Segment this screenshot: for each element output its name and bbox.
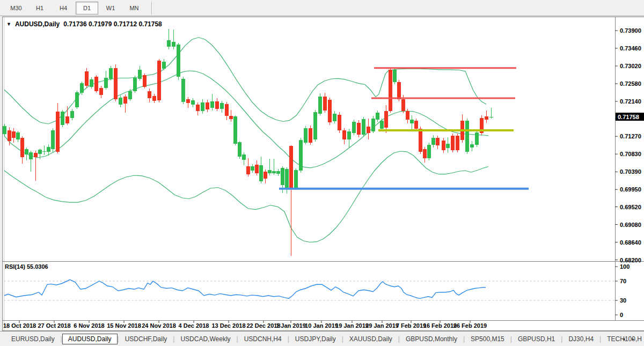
svg-text:10 Jan 2019: 10 Jan 2019 bbox=[305, 322, 338, 329]
svg-text:0.68640: 0.68640 bbox=[620, 239, 641, 246]
svg-text:0.69950: 0.69950 bbox=[620, 186, 641, 193]
rsi-indicator-label: RSI(14) 55.0306 bbox=[5, 263, 48, 270]
svg-text:13 Dec 2018: 13 Dec 2018 bbox=[212, 322, 246, 329]
symbol-tab-usdcnh[interactable]: USDCNH,H4 bbox=[238, 334, 288, 344]
svg-text:0.68200: 0.68200 bbox=[620, 257, 641, 263]
svg-text:0.69520: 0.69520 bbox=[620, 204, 641, 210]
svg-text:18 Oct 2018: 18 Oct 2018 bbox=[3, 322, 36, 329]
chart-ohlc-values: 0.71736 0.71979 0.71712 0.71758 bbox=[63, 20, 162, 28]
svg-text:22 Dec 2018: 22 Dec 2018 bbox=[247, 322, 281, 329]
symbol-tab-gbpusd[interactable]: GBPUSD,H1 bbox=[512, 334, 561, 344]
symbol-tab-xauusd[interactable]: XAUUSD,Daily bbox=[343, 334, 398, 344]
svg-text:0.72140: 0.72140 bbox=[620, 98, 641, 105]
tab-scroll-right-icon[interactable]: ► bbox=[631, 337, 635, 342]
svg-text:7 Feb 2019: 7 Feb 2019 bbox=[396, 322, 426, 329]
current-price-marker: 0.71758 bbox=[616, 113, 644, 121]
application-window: M30H1H4D1W1MN 0.739000.734600.730200.725… bbox=[0, 0, 644, 346]
svg-text:27 Oct 2018: 27 Oct 2018 bbox=[38, 322, 70, 329]
date-axis: 18 Oct 201827 Oct 20186 Nov 201815 Nov 2… bbox=[3, 321, 487, 329]
symbol-tabs: EURUSD,Daily|AUDUSD,Daily|USDCHF,Daily|U… bbox=[5, 334, 644, 344]
symbol-tab-gbpusd[interactable]: GBPUSD,Monthly bbox=[400, 334, 463, 344]
svg-text:6 Nov 2018: 6 Nov 2018 bbox=[74, 322, 104, 329]
chart-dropdown-icon: ▼ bbox=[6, 21, 11, 27]
symbol-tabbar: EURUSD,Daily|AUDUSD,Daily|USDCHF,Daily|U… bbox=[0, 331, 644, 346]
svg-text:26 Feb 2019: 26 Feb 2019 bbox=[453, 322, 487, 329]
price-chart-canvas[interactable]: 0.739000.734600.730200.725800.721400.717… bbox=[0, 0, 644, 346]
svg-text:0.70390: 0.70390 bbox=[620, 168, 641, 175]
svg-text:30: 30 bbox=[620, 297, 626, 304]
svg-text:15 Nov 2018: 15 Nov 2018 bbox=[107, 322, 141, 329]
svg-text:0.71270: 0.71270 bbox=[620, 133, 641, 139]
svg-text:0.73020: 0.73020 bbox=[620, 63, 641, 69]
symbol-tab-usdchf[interactable]: USDCHF,Daily bbox=[119, 334, 173, 344]
symbol-tab-sp500[interactable]: SP500,M15 bbox=[465, 334, 510, 344]
svg-text:16 Feb 2019: 16 Feb 2019 bbox=[423, 322, 457, 329]
svg-text:1 Jan 2019: 1 Jan 2019 bbox=[276, 322, 306, 329]
svg-text:100: 100 bbox=[620, 263, 630, 270]
tab-scroll-left-icon[interactable]: ◄ bbox=[621, 337, 626, 342]
symbol-tab-usdjpy[interactable]: USDJPY,Daily bbox=[289, 334, 342, 344]
chart-background bbox=[2, 17, 644, 330]
chart-symbol-label: AUDUSD,Daily bbox=[15, 20, 60, 28]
svg-text:4 Dec 2018: 4 Dec 2018 bbox=[179, 322, 209, 329]
svg-text:0.73900: 0.73900 bbox=[620, 27, 641, 34]
svg-text:0: 0 bbox=[620, 312, 623, 318]
svg-text:0.71758: 0.71758 bbox=[618, 114, 639, 120]
svg-text:0.73460: 0.73460 bbox=[620, 45, 641, 51]
svg-text:0.69080: 0.69080 bbox=[620, 222, 641, 228]
tab-scroll-arrows: ◄ ► bbox=[621, 332, 635, 346]
svg-text:19 Jan 2019: 19 Jan 2019 bbox=[335, 322, 369, 329]
symbol-tab-usdcad[interactable]: USDCAD,Weekly bbox=[174, 334, 236, 344]
chart-title: ▼ AUDUSD,Daily 0.71736 0.71979 0.71712 0… bbox=[6, 20, 162, 28]
svg-text:0.70830: 0.70830 bbox=[620, 151, 641, 157]
svg-text:70: 70 bbox=[620, 278, 626, 284]
symbol-tab-dj30[interactable]: DJ30,H4 bbox=[562, 334, 599, 344]
svg-text:29 Jan 2019: 29 Jan 2019 bbox=[365, 322, 399, 329]
svg-text:24 Nov 2018: 24 Nov 2018 bbox=[142, 322, 176, 329]
symbol-tab-audusd[interactable]: AUDUSD,Daily bbox=[62, 334, 118, 344]
symbol-tab-eurusd[interactable]: EURUSD,Daily bbox=[5, 334, 61, 344]
svg-text:0.72580: 0.72580 bbox=[620, 80, 641, 87]
